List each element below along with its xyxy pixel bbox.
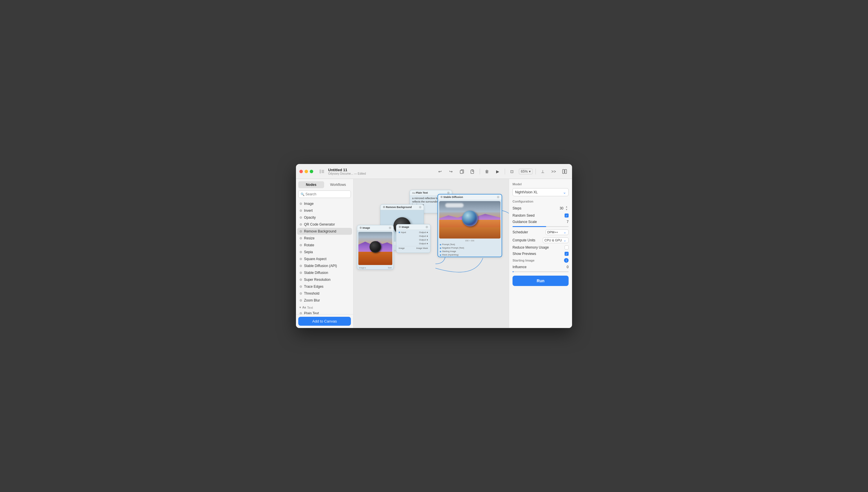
sd-size-label: 896 × 896 <box>465 240 474 242</box>
paste-button[interactable] <box>469 168 477 175</box>
node-collapse-button[interactable] <box>497 196 499 198</box>
add-to-canvas-button[interactable]: Add to Canvas <box>298 317 351 326</box>
show-previews-row: Show Previews ✓ <box>512 252 569 256</box>
influence-slider[interactable] <box>512 271 569 272</box>
sidebar-item-qr[interactable]: ⚙ QR Code Generator <box>297 221 352 228</box>
separator <box>480 169 480 174</box>
config-section-title: Configuration <box>512 200 569 203</box>
close-button[interactable] <box>299 170 303 173</box>
sidebar-item-resize[interactable]: ⚙ Resize <box>297 235 352 242</box>
sidebar-item-label: Invert <box>304 208 313 213</box>
sidebar-list: ⚙ Image ⚙ Invert ⚙ Opacity ⚙ QR Code Gen… <box>296 200 353 314</box>
reduce-memory-checkbox[interactable] <box>565 245 569 249</box>
sidebar-item-label: Rotate <box>304 243 314 247</box>
node-collapse-button[interactable] <box>447 192 450 194</box>
model-select[interactable]: NightVision XL <box>512 188 569 196</box>
node-header: ⚙ Remove Background <box>381 204 424 210</box>
svg-rect-2 <box>322 171 324 172</box>
node-icon: ⚙ <box>299 257 302 261</box>
steps-label: Steps <box>512 206 521 210</box>
sidebar-item-invert[interactable]: ⚙ Invert <box>297 207 352 214</box>
sidebar-tabs: Nodes Workflows <box>296 179 353 191</box>
sidebar-item-rotate[interactable]: ⚙ Rotate <box>297 242 352 249</box>
svg-rect-8 <box>565 170 567 173</box>
layout-toggle-button[interactable] <box>561 168 569 175</box>
node-icon: ⚙ <box>299 229 302 233</box>
steps-stepper: ▲ ▼ <box>565 205 569 211</box>
guidance-scale-value: 7 <box>567 220 569 224</box>
sidebar-toggle-button[interactable] <box>318 168 326 175</box>
compute-units-select[interactable]: CPU & GPU <box>543 237 569 243</box>
node-header: ⚙ Image <box>396 224 430 230</box>
stable-diffusion-node[interactable]: ⚙ Stable Diffusion <box>437 194 502 257</box>
sidebar-item-trace-edges[interactable]: ⚙ Trace Edges <box>297 283 352 290</box>
sidebar-search: 🔍 <box>296 191 353 200</box>
model-select-wrapper: NightVision XL ⌄ <box>512 188 569 196</box>
node-icon: ⚙ <box>299 312 302 315</box>
image-io-ports: Input Output ● Output ● Output ● Output … <box>396 230 430 246</box>
sidebar-item-square-aspect[interactable]: ⚙ Square Aspect <box>297 255 352 263</box>
sidebar-item-plain-text[interactable]: ⚙ Plain Text <box>297 310 352 314</box>
sidebar-item-label: Sepia <box>304 250 313 254</box>
distribute-button[interactable]: ⊥ <box>539 168 547 175</box>
delete-button[interactable]: 🗑 <box>483 168 491 175</box>
stable-diffusion-image <box>439 201 501 239</box>
search-input[interactable] <box>298 191 351 198</box>
node-collapse-button[interactable] <box>389 227 391 229</box>
steps-up-button[interactable]: ▲ <box>565 205 569 208</box>
image-node[interactable]: ⚙ Image Im <box>357 225 394 270</box>
steps-input[interactable]: 30 <box>552 206 563 210</box>
maximize-button[interactable] <box>310 170 313 173</box>
undo-button[interactable]: ↩ <box>436 168 444 175</box>
sidebar-item-remove-bg[interactable]: ⚙ Remove Background <box>297 228 352 235</box>
image-io-node[interactable]: ⚙ Image Input Output ● <box>396 224 431 253</box>
sidebar-item-opacity[interactable]: ⚙ Opacity <box>297 214 352 221</box>
canvas-area[interactable]: Aa Plain Text a mirrored reflective ball… <box>354 179 509 328</box>
sidebar-item-sepia[interactable]: ⚙ Sepia <box>297 249 352 255</box>
zoom-control[interactable]: 65% ▾ <box>519 169 533 174</box>
search-icon: 🔍 <box>301 193 305 196</box>
sd-ports: Prompt (Text) Negative Prompt (Text) Sta… <box>438 242 502 257</box>
sidebar-item-threshold[interactable]: ⚙ Threshold <box>297 290 352 297</box>
node-icon: ⚙ <box>299 271 302 275</box>
sidebar-item-image[interactable]: ⚙ Image <box>297 200 352 207</box>
node-collapse-button[interactable] <box>426 226 428 228</box>
run-button[interactable]: Run <box>512 276 569 286</box>
tab-nodes[interactable]: Nodes <box>298 181 324 188</box>
sidebar-item-stable-diffusion-api[interactable]: ⚙ Stable Diffusion (API) <box>297 263 352 269</box>
sidebar-item-zoom-blur[interactable]: ⚙ Zoom Blur <box>297 297 352 304</box>
section-chevron-icon: ▾ <box>299 305 301 309</box>
info-icon[interactable]: i <box>564 258 569 263</box>
frame-button[interactable]: ⊡ <box>508 168 516 175</box>
guidance-scale-slider[interactable] <box>512 226 569 227</box>
copy-button[interactable] <box>458 168 466 175</box>
more-button[interactable]: >> <box>550 168 558 175</box>
guidance-scale-row: Guidance Scale 7 <box>512 220 569 224</box>
sidebar-item-label: Opacity <box>304 216 316 220</box>
sidebar-item-super-resolution[interactable]: ⚙ Super Resolution <box>297 276 352 283</box>
tab-workflows[interactable]: Workflows <box>325 181 351 188</box>
compute-units-select-wrapper: CPU & GPU ⌄ <box>543 237 569 243</box>
node-title: ⚙ Stable Diffusion <box>440 196 463 199</box>
steps-row: Steps 30 ▲ ▼ <box>512 205 569 211</box>
play-button[interactable]: ▶ <box>494 168 502 175</box>
sidebar-item-stable-diffusion[interactable]: ⚙ Stable Diffusion <box>297 269 352 276</box>
node-icon: ⚙ <box>299 237 302 240</box>
model-section-title: Model <box>512 182 569 186</box>
show-previews-checkbox[interactable]: ✓ <box>565 252 569 256</box>
node-actions <box>497 196 499 198</box>
svg-rect-7 <box>563 170 564 173</box>
check-icon-2: ✓ <box>565 252 568 255</box>
node-actions <box>419 206 422 208</box>
scheduler-select[interactable]: DPM++ <box>545 229 569 235</box>
slider-fill <box>512 226 546 227</box>
random-seed-checkbox[interactable]: ✓ <box>565 214 569 218</box>
steps-down-button[interactable]: ▼ <box>565 208 569 211</box>
node-collapse-button[interactable] <box>419 206 422 208</box>
sidebar-footer: Add to Canvas <box>296 314 353 328</box>
scheduler-select-wrapper: DPM++ ⌄ <box>545 229 569 235</box>
right-panel: Model NightVision XL ⌄ Configuration Ste… <box>509 179 572 328</box>
redo-button[interactable]: ↪ <box>447 168 455 175</box>
svg-rect-6 <box>472 171 474 171</box>
minimize-button[interactable] <box>305 170 308 173</box>
